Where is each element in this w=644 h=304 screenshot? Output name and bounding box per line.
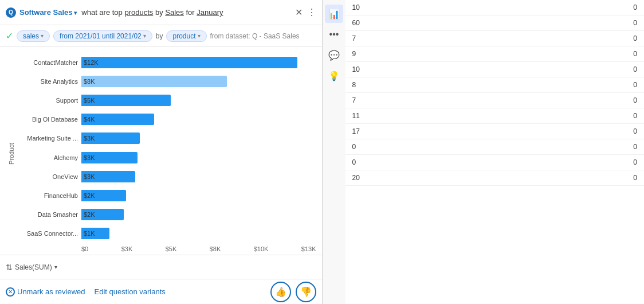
- comment-icon-button[interactable]: 💬: [325, 46, 343, 64]
- more-icon-button[interactable]: •••: [325, 25, 343, 44]
- row-value: 0: [633, 50, 637, 58]
- bar-row: Alchemy$3K: [15, 150, 316, 165]
- bar-track: $2K: [81, 190, 316, 201]
- row-number: 8: [352, 81, 356, 89]
- bar-value: $2K: [84, 192, 95, 199]
- row-value: 0: [633, 158, 637, 166]
- bar-label: SaaS Connector...: [15, 230, 78, 237]
- bulb-icon-button[interactable]: 💡: [325, 67, 343, 85]
- unmark-reviewed-button[interactable]: ✕ Unmark as reviewed: [6, 287, 85, 297]
- table-row: 70: [345, 93, 645, 108]
- bar-row: Data Smasher$2K: [15, 207, 316, 222]
- table-row: 00: [345, 139, 645, 155]
- datasource-selector[interactable]: Software Sales: [19, 8, 77, 17]
- bar-track: $3K: [81, 152, 316, 163]
- row-value: 0: [633, 112, 637, 120]
- table-row: 100: [345, 62, 645, 77]
- chart-footer: ⇅ Sales(SUM) ▾: [0, 255, 322, 279]
- search-bar: Q Software Sales what are top products b…: [0, 0, 322, 25]
- bar-label: Big Ol Database: [15, 116, 78, 123]
- row-value: 0: [633, 81, 637, 89]
- chart-icon-button[interactable]: 📊: [325, 5, 343, 23]
- x-axis-label: $3K: [121, 245, 133, 252]
- action-bar: ✕ Unmark as reviewed Edit question varia…: [0, 279, 322, 304]
- pills-row: ✓ sales ▾ from 2021/01 until 2021/02 ▾ b…: [0, 25, 322, 47]
- x-axis-label: $0: [81, 245, 88, 252]
- bar-track: $8K: [81, 76, 316, 87]
- bar-label: Alchemy: [15, 154, 78, 161]
- row-number: 0: [352, 143, 356, 151]
- bars-container: ContactMatcher$12KSite Analytics$8KSuppo…: [15, 53, 316, 243]
- x-axis: $0$3K$5K$8K$10K$13K: [15, 243, 316, 255]
- pill-product[interactable]: product ▾: [166, 30, 206, 42]
- bar-value: $12K: [84, 59, 99, 66]
- right-icons-panel: 📊 ••• 💬 💡: [323, 0, 345, 304]
- bar-row: Support$5K: [15, 93, 316, 108]
- bar-row: Site Analytics$8K: [15, 74, 316, 89]
- bar-fill: $1K: [81, 228, 109, 239]
- table-row: 110: [345, 108, 645, 124]
- bar-track: $4K: [81, 114, 316, 125]
- pill-date-range[interactable]: from 2021/01 until 2021/02 ▾: [53, 30, 152, 42]
- row-number: 7: [352, 34, 356, 42]
- check-icon: ✓: [6, 30, 13, 41]
- row-value: 0: [633, 143, 637, 151]
- bar-value: $3K: [84, 173, 95, 180]
- row-number: 60: [352, 19, 360, 27]
- row-number: 11: [352, 112, 360, 120]
- table-row: 80: [345, 77, 645, 93]
- bar-label: Site Analytics: [15, 78, 78, 85]
- bar-value: $3K: [84, 154, 95, 161]
- data-table: 100600709010080701101700000200: [345, 0, 645, 304]
- table-row: 170: [345, 124, 645, 139]
- table-row: 00: [345, 155, 645, 170]
- bar-track: $5K: [81, 95, 316, 106]
- x-axis-label: $10K: [254, 245, 269, 252]
- row-number: 10: [352, 3, 360, 11]
- bar-label: OneView: [15, 173, 78, 180]
- edit-question-variants-link[interactable]: Edit question variants: [95, 287, 166, 296]
- bar-value: $2K: [84, 211, 95, 218]
- dataset-label: from dataset: Q - SaaS Sales: [210, 32, 300, 40]
- pill-product-arrow-icon: ▾: [198, 33, 201, 39]
- row-number: 7: [352, 96, 356, 104]
- bar-value: $3K: [84, 135, 95, 142]
- close-icon[interactable]: ✕: [295, 7, 303, 18]
- pill-sales[interactable]: sales ▾: [17, 30, 50, 42]
- bar-fill: $2K: [81, 209, 124, 220]
- bar-fill: $3K: [81, 152, 138, 163]
- bar-label: FinanceHub: [15, 192, 78, 199]
- sort-button[interactable]: ⇅ Sales(SUM) ▾: [6, 263, 57, 272]
- row-value: 0: [633, 65, 637, 73]
- table-row: 90: [345, 46, 645, 62]
- search-icon-area: Q Software Sales: [6, 7, 77, 18]
- row-number: 9: [352, 50, 356, 58]
- feedback-buttons: 👍 👎: [270, 282, 316, 302]
- table-row: 200: [345, 170, 645, 186]
- bar-track: $3K: [81, 132, 316, 144]
- bar-value: $4K: [84, 116, 95, 123]
- search-logo-icon: Q: [6, 7, 16, 18]
- bar-fill: $4K: [81, 114, 154, 125]
- bar-row: ContactMatcher$12K: [15, 55, 316, 70]
- row-number: 10: [352, 65, 360, 73]
- thumbs-up-button[interactable]: 👍: [270, 282, 291, 302]
- more-options-icon[interactable]: ⋮: [307, 7, 316, 18]
- bar-value: $8K: [84, 78, 95, 85]
- thumbs-down-button[interactable]: 👎: [296, 282, 316, 302]
- bar-row: OneView$3K: [15, 169, 316, 184]
- bar-label: Marketing Suite ...: [15, 135, 78, 142]
- y-axis-label: Product: [6, 53, 15, 255]
- bar-fill: $8K: [81, 76, 227, 87]
- bar-row: SaaS Connector...$1K: [15, 226, 316, 241]
- row-number: 0: [352, 158, 356, 166]
- table-row: 100: [345, 0, 645, 15]
- table-row: 600: [345, 15, 645, 31]
- by-label: by: [156, 32, 163, 40]
- x-axis-label: $5K: [166, 245, 177, 252]
- bar-label: ContactMatcher: [15, 59, 78, 66]
- bar-fill: $12K: [81, 57, 297, 68]
- bar-fill: $5K: [81, 95, 171, 106]
- sort-label-text: Sales(SUM): [15, 263, 52, 271]
- row-number: 17: [352, 127, 360, 135]
